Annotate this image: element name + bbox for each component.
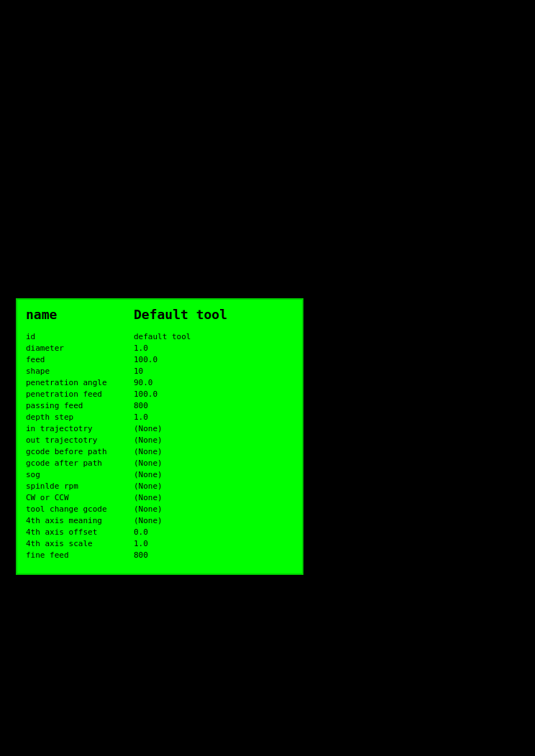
row-label: spinlde rpm — [26, 481, 134, 491]
row-value: (None) — [134, 435, 163, 445]
tool-info-card: name Default tool iddefault tooldiameter… — [16, 298, 303, 575]
row-value: 1.0 — [134, 344, 148, 353]
row-label: feed — [26, 355, 134, 364]
row-value: (None) — [134, 493, 163, 502]
table-row: out trajectotry(None) — [26, 434, 293, 446]
row-value: default tool — [134, 332, 191, 341]
row-label: passing feed — [26, 401, 134, 410]
row-value: 0.0 — [134, 527, 148, 537]
row-label: depth step — [26, 412, 134, 422]
row-label: gcode after path — [26, 458, 134, 468]
table-row: tool change gcode(None) — [26, 503, 293, 515]
table-row: sog(None) — [26, 469, 293, 480]
row-value: (None) — [134, 481, 163, 491]
row-value: 100.0 — [134, 355, 157, 364]
row-value: (None) — [134, 458, 163, 468]
card-header: name Default tool — [26, 307, 293, 325]
row-value: 100.0 — [134, 389, 157, 399]
table-row: spinlde rpm(None) — [26, 480, 293, 492]
table-row: 4th axis offset0.0 — [26, 526, 293, 538]
row-value: 1.0 — [134, 539, 148, 548]
row-label: penetration feed — [26, 389, 134, 399]
table-row: gcode after path(None) — [26, 457, 293, 469]
row-label: penetration angle — [26, 378, 134, 387]
row-value: 800 — [134, 401, 148, 410]
row-value: (None) — [134, 447, 163, 456]
table-row: fine feed800 — [26, 549, 293, 561]
row-label: id — [26, 332, 134, 341]
row-label: out trajectotry — [26, 435, 134, 445]
table-row: 4th axis meaning(None) — [26, 515, 293, 526]
header-label: name — [26, 307, 134, 322]
row-label: gcode before path — [26, 447, 134, 456]
row-label: 4th axis meaning — [26, 516, 134, 525]
table-row: iddefault tool — [26, 331, 293, 342]
row-value: 1.0 — [134, 412, 148, 422]
row-label: shape — [26, 367, 134, 376]
row-label: sog — [26, 470, 134, 479]
table-row: diameter1.0 — [26, 342, 293, 354]
row-value: 800 — [134, 550, 148, 560]
table-row: depth step1.0 — [26, 411, 293, 423]
table-row: in trajectotry(None) — [26, 423, 293, 434]
header-value: Default tool — [134, 307, 227, 322]
row-value: 90.0 — [134, 378, 153, 387]
row-value: (None) — [134, 516, 163, 525]
table-row: CW or CCW(None) — [26, 492, 293, 503]
row-label: fine feed — [26, 550, 134, 560]
row-label: diameter — [26, 344, 134, 353]
row-label: 4th axis scale — [26, 539, 134, 548]
row-value: (None) — [134, 424, 163, 433]
table-row: 4th axis scale1.0 — [26, 538, 293, 549]
row-value: 10 — [134, 367, 143, 376]
row-label: 4th axis offset — [26, 527, 134, 537]
row-label: CW or CCW — [26, 493, 134, 502]
table-row: penetration feed100.0 — [26, 388, 293, 400]
row-label: in trajectotry — [26, 424, 134, 433]
table-row: feed100.0 — [26, 354, 293, 365]
table-row: passing feed800 — [26, 400, 293, 411]
row-value: (None) — [134, 470, 163, 479]
row-label: tool change gcode — [26, 504, 134, 514]
row-value: (None) — [134, 504, 163, 514]
table-row: gcode before path(None) — [26, 446, 293, 457]
table-row: shape10 — [26, 365, 293, 377]
table-row: penetration angle90.0 — [26, 377, 293, 388]
